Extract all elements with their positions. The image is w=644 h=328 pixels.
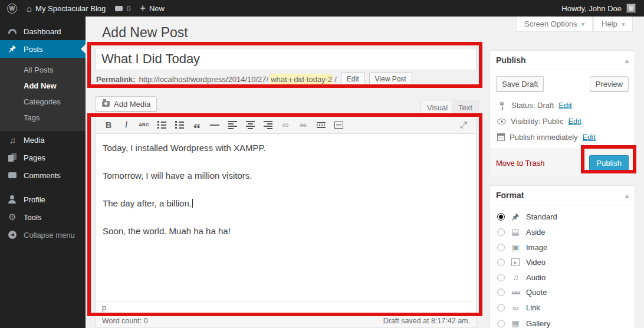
status-pin-icon — [500, 102, 504, 106]
align-left-icon[interactable] — [225, 118, 240, 132]
tab-visual[interactable]: Visual — [420, 100, 454, 114]
editor-element-path[interactable]: p — [96, 301, 476, 313]
align-right-icon[interactable] — [260, 118, 275, 132]
view-post-button[interactable]: View Post — [369, 72, 412, 86]
active-menu-arrow — [76, 44, 86, 54]
editor-content[interactable]: Today, I installed Wordpress with XAMPP.… — [96, 134, 476, 237]
publish-button[interactable]: Publish — [589, 155, 629, 170]
media-camera-icon — [102, 101, 110, 107]
sidebar-item-media[interactable]: Media — [0, 131, 86, 149]
publish-panel-header[interactable]: Publish — [490, 51, 635, 70]
edit-permalink-button[interactable]: Edit — [341, 72, 365, 86]
visibility-text: Visibility: Public — [511, 117, 563, 126]
post-title-input[interactable] — [96, 48, 477, 70]
edit-status-link[interactable]: Edit — [558, 101, 571, 110]
radio-standard[interactable] — [497, 213, 505, 221]
edit-visibility-link[interactable]: Edit — [568, 117, 581, 126]
sidebar-item-posts[interactable]: Posts — [0, 40, 86, 58]
numbered-list-icon[interactable] — [172, 118, 187, 132]
screen-options-tab[interactable]: Screen Options — [517, 17, 593, 32]
chevron-down-icon — [622, 19, 625, 28]
word-count: Word count: 0 — [102, 317, 148, 325]
sidebar-item-add-new[interactable]: Add New — [0, 78, 86, 94]
insert-more-tag-icon[interactable] — [313, 118, 328, 132]
publish-panel-title: Publish — [496, 55, 526, 65]
remove-link-icon[interactable] — [295, 118, 311, 132]
sidebar-item-comments[interactable]: Comments — [0, 166, 86, 184]
howdy-user[interactable]: Howdy, John Doe — [561, 4, 622, 13]
save-draft-button[interactable]: Save Draft — [496, 76, 544, 91]
radio-aside[interactable] — [497, 228, 505, 236]
admin-sidebar: Dashboard Posts All Posts Add New Catego… — [0, 17, 86, 328]
radio-quote[interactable] — [497, 288, 505, 296]
radio-audio[interactable] — [497, 274, 505, 281]
format-option-gallery: Gallery — [490, 316, 635, 328]
user-avatar[interactable] — [626, 4, 636, 13]
media-icon — [7, 135, 18, 145]
draft-saved-status: Draft saved at 8:17:42 am. — [383, 317, 470, 325]
preview-button[interactable]: Preview — [590, 76, 629, 91]
sidebar-item-pages[interactable]: Pages — [0, 149, 86, 166]
permalink-trailing-slash: / — [334, 75, 337, 84]
edit-schedule-link[interactable]: Edit — [583, 133, 596, 142]
format-label: Aside — [526, 228, 546, 237]
word-count-label: Word count: — [102, 317, 142, 325]
move-to-trash-link[interactable]: Move to Trash — [496, 159, 544, 168]
bold-icon[interactable]: B — [101, 118, 116, 132]
text-cursor — [192, 199, 193, 208]
wordpress-logo-icon[interactable]: W — [7, 4, 17, 14]
format-panel-header[interactable]: Format — [490, 186, 635, 205]
distraction-free-icon[interactable] — [456, 118, 471, 132]
bulleted-list-icon[interactable] — [154, 118, 169, 132]
sidebar-item-profile[interactable]: Profile — [0, 191, 86, 208]
format-option-image: Image — [490, 240, 635, 255]
format-option-link: Link — [490, 300, 635, 316]
toolbar-toggle-icon[interactable] — [331, 118, 346, 132]
image-icon — [510, 242, 521, 252]
plus-icon — [140, 3, 146, 14]
radio-link[interactable] — [497, 304, 505, 311]
blockquote-icon[interactable] — [189, 118, 205, 132]
sidebar-label: Pages — [24, 153, 45, 162]
insert-link-icon[interactable] — [278, 118, 293, 132]
radio-video[interactable] — [497, 258, 505, 266]
site-name-link[interactable]: My Spectacular Blog — [27, 4, 106, 14]
collapse-panel-icon[interactable] — [625, 191, 629, 200]
sidebar-label: Tools — [24, 213, 41, 222]
editor-paragraph: Tomorrow, I will have a million visitors… — [103, 170, 469, 181]
editor-paragraph: Soon, the world. Muah ha ha ha! — [103, 225, 469, 237]
sidebar-item-categories[interactable]: Categories — [0, 94, 86, 110]
format-panel-title: Format — [496, 191, 524, 200]
status-row: Status: Draft Edit — [490, 97, 635, 113]
permalink-slug[interactable]: what-i-did-today-2 — [270, 74, 333, 85]
comments-shortcut[interactable]: 0 — [115, 4, 130, 13]
new-content-menu[interactable]: New — [140, 3, 165, 14]
sidebar-item-tags[interactable]: Tags — [0, 110, 86, 126]
italic-icon[interactable]: I — [119, 118, 134, 132]
collapse-panel-icon[interactable] — [625, 55, 629, 65]
calendar-icon — [497, 133, 505, 141]
chevron-down-icon — [581, 19, 585, 28]
link-icon — [510, 303, 521, 313]
sidebar-item-dashboard[interactable]: Dashboard — [0, 22, 86, 40]
tools-icon — [7, 212, 18, 222]
gallery-icon — [510, 319, 521, 328]
align-center-icon[interactable] — [242, 118, 258, 132]
visibility-row: Visibility: Public Edit — [490, 113, 635, 129]
sidebar-item-collapse-menu[interactable]: Collapse menu — [0, 226, 86, 244]
home-icon — [27, 4, 32, 14]
tab-text[interactable]: Text — [452, 100, 479, 114]
help-tab[interactable]: Help — [594, 17, 633, 32]
sidebar-item-tools[interactable]: Tools — [0, 208, 86, 226]
minor-publishing-actions: Save Draft Preview — [490, 70, 635, 97]
horizontal-rule-icon[interactable] — [207, 118, 222, 132]
radio-gallery[interactable] — [497, 320, 505, 327]
sidebar-item-all-posts[interactable]: All Posts — [0, 62, 86, 78]
format-label: Quote — [526, 288, 547, 297]
format-panel: Format Standard Aside Image — [489, 185, 635, 328]
strikethrough-icon[interactable]: ABC — [136, 118, 152, 132]
word-count-value: 0 — [144, 317, 148, 325]
add-media-button[interactable]: Add Media — [96, 96, 157, 111]
editor-status-bar: Word count: 0 Draft saved at 8:17:42 am. — [96, 314, 477, 327]
radio-image[interactable] — [497, 244, 505, 251]
